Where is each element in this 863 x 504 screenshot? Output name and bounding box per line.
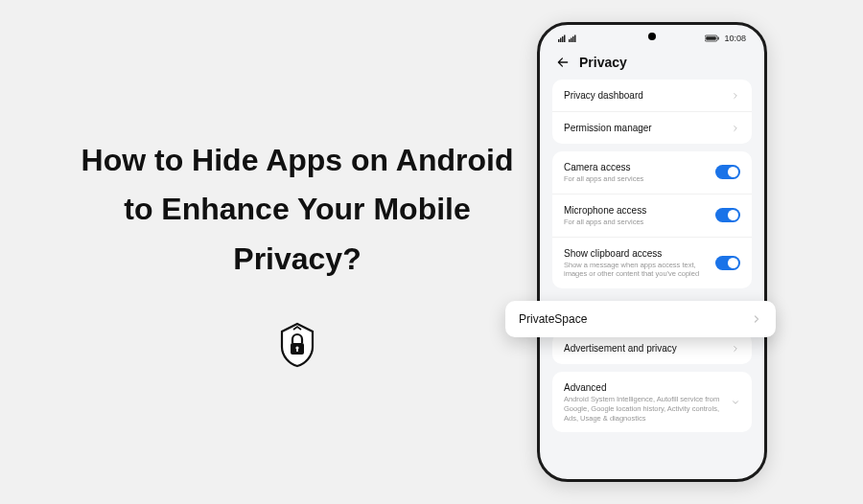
svg-rect-13 [718, 37, 719, 40]
svg-rect-10 [574, 35, 576, 43]
row-privacy-dashboard[interactable]: Privacy dashboard [552, 80, 752, 112]
battery-icon [705, 34, 720, 42]
row-title: Privacy dashboard [564, 89, 723, 102]
lock-info-logo [278, 322, 316, 368]
row-advanced[interactable]: Advanced Android System Intelligence, Au… [552, 372, 752, 432]
row-title: Camera access [564, 161, 708, 173]
status-time: 10:08 [724, 34, 746, 43]
svg-rect-3 [558, 39, 560, 42]
row-camera-access[interactable]: Camera access For all apps and services [552, 151, 752, 195]
chevron-right-icon [731, 124, 740, 133]
camera-hole [648, 33, 656, 40]
svg-rect-6 [564, 35, 566, 43]
chevron-right-icon [751, 313, 762, 325]
svg-rect-12 [707, 36, 717, 40]
chevron-right-icon [731, 344, 740, 354]
svg-rect-4 [560, 38, 562, 43]
svg-rect-5 [562, 36, 564, 42]
row-title: Permission manager [564, 122, 723, 134]
article-heading: How to Hide Apps on Android to Enhance Y… [77, 136, 518, 284]
row-clipboard-access[interactable]: Show clipboard access Show a message whe… [552, 238, 752, 289]
chevron-down-icon [731, 398, 740, 407]
row-subtitle: For all apps and services [564, 174, 708, 184]
settings-header: Privacy [543, 49, 761, 80]
clipboard-toggle[interactable] [715, 256, 740, 270]
chevron-right-icon [731, 91, 740, 101]
row-title: Advertisement and privacy [564, 342, 723, 355]
svg-rect-2 [296, 349, 298, 352]
camera-toggle[interactable] [715, 165, 740, 179]
row-title: Show clipboard access [564, 247, 708, 260]
microphone-toggle[interactable] [715, 208, 740, 222]
row-title: Microphone access [564, 204, 708, 217]
page-title: Privacy [579, 55, 627, 70]
phone-mockup: 10:08 Privacy Privacy dashboard Permissi… [537, 22, 767, 482]
row-title: PrivateSpace [519, 312, 587, 326]
signal-icons [558, 34, 579, 43]
svg-rect-7 [569, 39, 571, 42]
row-microphone-access[interactable]: Microphone access For all apps and servi… [552, 195, 752, 238]
row-title: Advanced [564, 381, 723, 394]
svg-rect-8 [571, 38, 572, 43]
row-permission-manager[interactable]: Permission manager [552, 112, 752, 144]
row-subtitle: For all apps and services [564, 218, 708, 227]
svg-rect-9 [572, 36, 574, 42]
back-arrow-icon[interactable] [556, 56, 570, 69]
row-subtitle: Show a message when apps access text, im… [564, 261, 708, 280]
row-subtitle: Android System Intelligence, Autofill se… [564, 395, 723, 423]
row-private-space[interactable]: PrivateSpace [505, 301, 776, 337]
